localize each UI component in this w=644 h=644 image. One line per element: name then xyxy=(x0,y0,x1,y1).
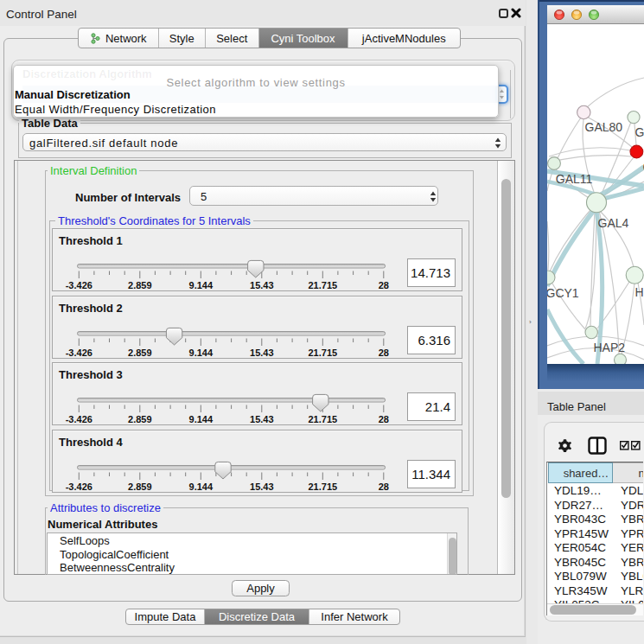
svg-text:9.144: 9.144 xyxy=(189,280,214,290)
svg-text:-3.426: -3.426 xyxy=(66,481,92,492)
svg-text:-3.426: -3.426 xyxy=(66,414,92,424)
svg-text:15.43: 15.43 xyxy=(250,414,274,424)
svg-text:2.859: 2.859 xyxy=(128,481,152,492)
svg-text:GAL4: GAL4 xyxy=(598,216,629,230)
svg-text:15.43: 15.43 xyxy=(250,280,274,290)
svg-text:9.144: 9.144 xyxy=(189,481,214,492)
svg-text:9.144: 9.144 xyxy=(189,414,214,424)
svg-text:GAL11: GAL11 xyxy=(556,172,593,186)
svg-text:GAL: GAL xyxy=(635,125,644,139)
svg-text:15.43: 15.43 xyxy=(250,481,274,492)
svg-text:21.715: 21.715 xyxy=(308,481,337,492)
svg-text:HAP2: HAP2 xyxy=(594,341,626,354)
svg-text:28: 28 xyxy=(379,481,389,492)
svg-text:GAL80: GAL80 xyxy=(585,120,623,134)
svg-text:21.715: 21.715 xyxy=(308,280,337,290)
svg-text:2.859: 2.859 xyxy=(128,414,152,424)
svg-text:2.859: 2.859 xyxy=(128,280,152,290)
svg-text:HI: HI xyxy=(635,285,644,299)
svg-text:-3.426: -3.426 xyxy=(66,348,92,358)
svg-text:21.715: 21.715 xyxy=(308,348,337,358)
svg-text:15.43: 15.43 xyxy=(250,348,274,358)
svg-text:-3.426: -3.426 xyxy=(66,280,92,290)
svg-text:21.715: 21.715 xyxy=(308,414,337,424)
svg-text:28: 28 xyxy=(379,414,389,424)
svg-text:28: 28 xyxy=(379,348,389,358)
svg-text:28: 28 xyxy=(379,280,389,290)
svg-text:2.859: 2.859 xyxy=(128,348,152,358)
svg-text:9.144: 9.144 xyxy=(189,348,214,358)
svg-text:GCY1: GCY1 xyxy=(547,286,579,300)
